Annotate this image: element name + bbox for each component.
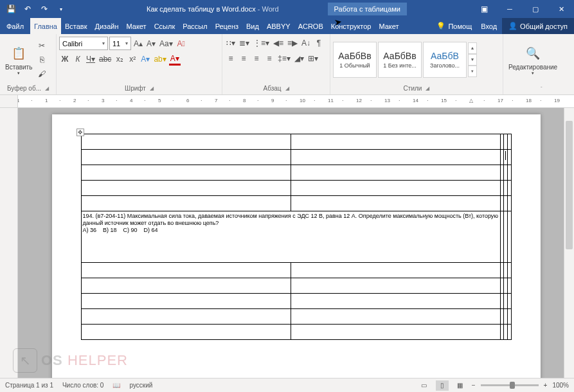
- justify-icon[interactable]: ≡: [264, 52, 275, 65]
- vertical-scrollbar[interactable]: [564, 108, 574, 378]
- styles-expand-icon[interactable]: ▾: [468, 66, 477, 77]
- tab-review[interactable]: Реценз: [211, 18, 242, 34]
- tab-abbyy[interactable]: ABBYY: [263, 18, 294, 34]
- cut-icon[interactable]: ✂: [36, 39, 48, 52]
- document-area: ✥ 194. (в7-204-11) Максимальная сила ток…: [0, 108, 574, 378]
- superscript-button[interactable]: x²: [127, 53, 138, 66]
- font-size-combo[interactable]: 11▾: [109, 37, 131, 50]
- vertical-ruler[interactable]: [0, 108, 18, 378]
- numbering-icon[interactable]: ≣▾: [238, 37, 251, 49]
- collapse-ribbon-icon[interactable]: ˇ: [541, 85, 543, 91]
- styles-down-icon[interactable]: ▼: [468, 54, 477, 66]
- tab-table-layout[interactable]: Макет: [375, 18, 402, 34]
- font-name-combo[interactable]: Calibri▾: [59, 37, 108, 50]
- align-center-icon[interactable]: ≡: [238, 52, 249, 65]
- align-right-icon[interactable]: ≡: [251, 52, 262, 65]
- document-canvas[interactable]: ✥ 194. (в7-204-11) Максимальная сила ток…: [18, 108, 574, 378]
- paste-button[interactable]: 📋 Вставить ▾: [3, 35, 35, 84]
- font-dialog-launcher[interactable]: ◢: [150, 85, 154, 91]
- horizontal-ruler[interactable]: 1⋅1⋅2⋅3⋅4⋅5⋅6⋅7⋅8⋅9⋅10⋅11⋅12⋅13⋅14⋅15⋅△⋅…: [0, 95, 574, 108]
- read-mode-icon[interactable]: ▭: [418, 380, 431, 391]
- strike-button[interactable]: abc: [98, 53, 112, 66]
- tab-layout[interactable]: Макет: [122, 18, 150, 34]
- multilevel-icon[interactable]: ⋮≡▾: [252, 37, 271, 49]
- italic-button[interactable]: К: [72, 53, 84, 66]
- borders-icon[interactable]: ⊞▾: [307, 52, 319, 65]
- format-painter-icon[interactable]: 🖌: [36, 67, 48, 80]
- styles-dialog-launcher[interactable]: ◢: [426, 85, 429, 91]
- tab-references[interactable]: Ссылк: [150, 18, 179, 34]
- question-cell[interactable]: 194. (в7-204-11) Максимальная сила тока,…: [81, 211, 501, 263]
- clear-format-icon[interactable]: A⃠: [175, 37, 187, 50]
- tab-table-constructor[interactable]: Конструктор: [327, 18, 375, 34]
- font-group-label: Шрифт: [125, 85, 146, 92]
- zoom-in-button[interactable]: +: [544, 382, 548, 389]
- decrease-indent-icon[interactable]: ◀≡: [272, 37, 285, 49]
- increase-indent-icon[interactable]: ≡▶: [286, 37, 299, 49]
- web-layout-icon[interactable]: ▦: [454, 380, 467, 391]
- sort-icon[interactable]: A↓: [300, 37, 312, 49]
- bold-button[interactable]: Ж: [59, 53, 71, 66]
- tell-me-box[interactable]: 💡Помощ: [433, 18, 476, 34]
- styles-group-label: Стили: [404, 85, 422, 92]
- qat-customize-icon[interactable]: ▾: [54, 2, 68, 16]
- table-move-handle[interactable]: ✥: [76, 129, 84, 136]
- show-marks-icon[interactable]: ¶: [313, 37, 325, 49]
- clipboard-dialog-launcher[interactable]: ◢: [45, 85, 49, 91]
- group-editing: 🔍 Редактирование ▾ ˇ: [503, 34, 574, 94]
- tab-view[interactable]: Вид: [242, 18, 263, 34]
- highlight-icon[interactable]: ab▾: [152, 53, 167, 66]
- underline-button[interactable]: Ч▾: [85, 53, 96, 66]
- print-layout-icon[interactable]: ▯: [436, 380, 449, 391]
- save-icon[interactable]: 💾: [4, 2, 18, 16]
- scrollbar-thumb[interactable]: [566, 121, 573, 249]
- paragraph-dialog-launcher[interactable]: ◢: [285, 85, 289, 91]
- signin-link[interactable]: Вход: [476, 18, 502, 34]
- tab-acrobat[interactable]: ACROB: [294, 18, 327, 34]
- change-case-icon[interactable]: Aa▾: [158, 37, 174, 50]
- language-status[interactable]: русский: [129, 382, 152, 389]
- page[interactable]: ✥ 194. (в7-204-11) Максимальная сила ток…: [52, 114, 541, 378]
- share-button[interactable]: 👤Общий доступ: [502, 18, 574, 34]
- styles-up-icon[interactable]: ▲: [468, 42, 477, 54]
- style-no-spacing[interactable]: АаБбВв 1 Без инте...: [378, 42, 422, 78]
- bullets-icon[interactable]: ∷▾: [225, 37, 237, 49]
- zoom-slider[interactable]: [481, 384, 539, 386]
- tab-insert[interactable]: Вставк: [61, 18, 91, 34]
- undo-icon[interactable]: ↶: [21, 2, 35, 16]
- style-heading[interactable]: АаБбВ Заголово...: [423, 42, 467, 78]
- minimize-button[interactable]: ─: [497, 0, 523, 18]
- font-color-icon[interactable]: A▾: [169, 53, 181, 66]
- close-button[interactable]: ✕: [548, 0, 574, 18]
- lightbulb-icon: 💡: [436, 22, 445, 30]
- maximize-button[interactable]: ▢: [523, 0, 548, 18]
- editing-dropdown[interactable]: 🔍 Редактирование ▾: [506, 35, 560, 84]
- zoom-level[interactable]: 100%: [552, 382, 569, 389]
- document-table[interactable]: 194. (в7-204-11) Максимальная сила тока,…: [81, 134, 512, 340]
- clipboard-icon: 📋: [8, 43, 29, 64]
- tab-mailings[interactable]: Рассыл: [179, 18, 211, 34]
- ribbon-display-icon[interactable]: ▣: [471, 4, 497, 13]
- shrink-font-icon[interactable]: A▾: [145, 37, 157, 50]
- copy-icon[interactable]: ⎘: [36, 53, 48, 66]
- page-count[interactable]: Страница 1 из 1: [5, 382, 53, 389]
- tab-file[interactable]: Файл: [0, 18, 30, 34]
- line-spacing-icon[interactable]: ‡≡▾: [276, 52, 292, 65]
- quick-access-toolbar: 💾 ↶ ↷ ▾: [0, 2, 72, 16]
- tab-design[interactable]: Дизайн: [91, 18, 123, 34]
- grow-font-icon[interactable]: A▴: [132, 37, 144, 50]
- style-normal[interactable]: АаБбВв 1 Обычный: [333, 42, 377, 78]
- word-count[interactable]: Число слов: 0: [62, 382, 103, 389]
- window-controls: ─ ▢ ✕: [497, 0, 574, 18]
- align-left-icon[interactable]: ≡: [225, 52, 237, 65]
- statusbar: Страница 1 из 1 Число слов: 0 📖 русский …: [0, 378, 574, 392]
- proofing-icon[interactable]: 📖: [112, 382, 120, 389]
- text-cursor: [505, 151, 506, 160]
- table-tools-context-tab[interactable]: Работа с таблицами: [328, 3, 407, 15]
- tab-home[interactable]: Главна: [30, 18, 61, 34]
- text-effects-icon[interactable]: A▾: [139, 53, 151, 66]
- redo-icon[interactable]: ↷: [37, 2, 51, 16]
- zoom-out-button[interactable]: −: [472, 382, 476, 389]
- subscript-button[interactable]: x₂: [114, 53, 125, 66]
- shading-icon[interactable]: ◢▾: [293, 52, 305, 65]
